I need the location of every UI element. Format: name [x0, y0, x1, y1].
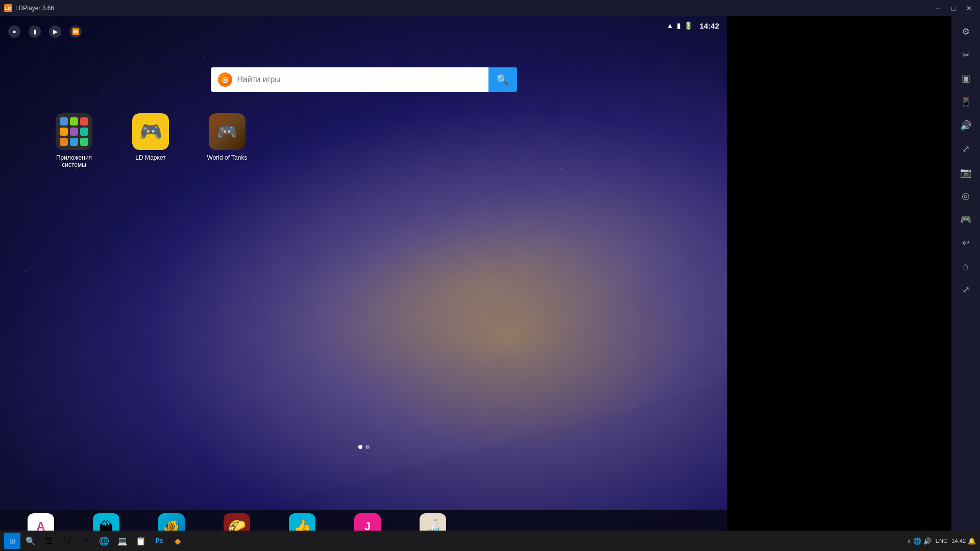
page-dot-1	[358, 445, 362, 449]
sidebar-gamepad-btn[interactable]: 🎮	[954, 208, 977, 231]
minimize-button[interactable]: ─	[931, 3, 945, 14]
taskbar-tray-icons: ∧	[907, 538, 911, 544]
android-tb-pause[interactable]: ▮	[29, 26, 41, 38]
wot-icon-img	[209, 113, 246, 150]
wifi-icon: ▲	[667, 21, 674, 30]
emulator-screen: ▲ ▮ 🔋 14:42 ● ▮ ▶ ⏩ ◎ 🔍	[0, 16, 727, 551]
search-logo-icon: ◎	[218, 72, 232, 87]
mini-icon-3	[80, 117, 88, 126]
battery-icon: 🔋	[684, 21, 693, 30]
win-time: 14:42	[951, 538, 966, 544]
android-toolbar: ● ▮ ▶ ⏩	[0, 16, 90, 47]
windows-taskbar: ⊞ 🔍 ☰ 🛡 ≡≡ 🌐 💻 📋 Ps ◆ ∧ 🌐 🔊 ENG 14:42 🔔	[0, 531, 980, 551]
ldplayer-taskbar-icon[interactable]: ◆	[169, 533, 186, 549]
android-tb-play[interactable]: ▶	[49, 26, 61, 38]
page-dot-2	[365, 445, 370, 449]
notification-icon[interactable]: 🔔	[968, 537, 976, 545]
explorer-icon[interactable]: 💻	[114, 533, 131, 549]
mini-icon-9	[80, 138, 88, 146]
sidebar-cut-btn[interactable]: ✂	[954, 44, 977, 66]
search-taskbar-button[interactable]: 🔍	[22, 533, 39, 549]
network-icon: 🌐	[913, 537, 921, 545]
mini-icon-6	[80, 128, 88, 136]
taskbar-right-area: ∧ 🌐 🔊 ENG 14:42 🔔	[907, 537, 976, 545]
sysapps-grid	[56, 113, 92, 150]
taskbar-menu-icon[interactable]: ≡≡	[78, 533, 94, 549]
titlebar-controls: ─ □ ✕	[931, 3, 976, 14]
ldmarket-icon[interactable]: 🎮 LD Маркет	[128, 113, 174, 168]
speakers-icon: 🔊	[923, 537, 932, 545]
windows-clock: 14:42	[951, 538, 966, 544]
android-wallpaper	[0, 16, 727, 551]
sidebar-volume-btn[interactable]: 🔊	[954, 114, 977, 137]
sidebar-phone-btn[interactable]: 📱	[954, 91, 977, 113]
restore-button[interactable]: □	[946, 3, 961, 14]
sysapps-label: Приложения системы	[51, 154, 97, 168]
titlebar: LD LDPlayer 3.66 ─ □ ✕	[0, 0, 980, 16]
sidebar-home-btn[interactable]: ⌂	[954, 255, 977, 278]
wot-label: World of Tanks	[207, 154, 248, 161]
clipboard-icon[interactable]: 📋	[133, 533, 149, 549]
sidebar-back-btn[interactable]: ↩	[954, 232, 977, 254]
browser-icon[interactable]: 🌐	[96, 533, 112, 549]
titlebar-title: LDPlayer 3.66	[15, 5, 931, 12]
taskview-button[interactable]: ☰	[41, 533, 57, 549]
sidebar-location-btn[interactable]: ◎	[954, 185, 977, 207]
right-sidebar: ⚙ ✂ ▣ 📱 🔊 ⤢ 📷 ◎ 🎮 ↩ ⌂ ⤢	[951, 16, 980, 551]
search-bar: ◎ 🔍	[211, 67, 517, 92]
search-input[interactable]	[211, 67, 488, 92]
page-indicator	[358, 445, 370, 449]
sidebar-resize-btn[interactable]: ⤢	[954, 279, 977, 301]
titlebar-icon: LD	[4, 4, 12, 12]
sysapps-icon[interactable]: Приложения системы	[51, 113, 97, 168]
signal-icon: ▮	[677, 21, 681, 30]
close-button[interactable]: ✕	[962, 3, 976, 14]
start-button[interactable]: ⊞	[4, 533, 20, 549]
android-tb-circle[interactable]: ●	[8, 26, 20, 38]
ldmarket-label: LD Маркет	[135, 154, 165, 161]
ldmarket-icon-visual: 🎮	[132, 113, 169, 150]
sidebar-screenshot-btn[interactable]: 📷	[954, 161, 977, 184]
sidebar-window-btn[interactable]: ▣	[954, 67, 977, 90]
mini-icon-7	[60, 138, 68, 146]
photoshop-icon[interactable]: Ps	[151, 533, 167, 549]
android-statusbar: ▲ ▮ 🔋 14:42	[0, 16, 727, 35]
mini-icon-2	[70, 117, 78, 126]
wot-icon[interactable]: World of Tanks	[204, 113, 250, 168]
android-tb-fastforward[interactable]: ⏩	[69, 26, 82, 38]
mini-icon-8	[70, 138, 78, 146]
sidebar-settings-btn[interactable]: ⚙	[954, 20, 977, 43]
status-time: 14:42	[700, 21, 719, 30]
mini-icon-5	[70, 128, 78, 136]
status-icons: ▲ ▮ 🔋 14:42	[667, 21, 719, 30]
mini-icon-1	[60, 117, 68, 126]
sidebar-expand-btn[interactable]: ⤢	[954, 138, 977, 160]
windows-defender-icon[interactable]: 🛡	[59, 533, 76, 549]
desktop-icons: Приложения системы 🎮 LD Маркет World of …	[51, 113, 250, 168]
mini-icon-4	[60, 128, 68, 136]
search-button[interactable]: 🔍	[488, 67, 517, 92]
language-indicator[interactable]: ENG	[934, 538, 950, 544]
sysapps-icon-img	[56, 113, 92, 150]
ldmarket-icon-img: 🎮	[132, 113, 169, 150]
wot-icon-visual	[209, 113, 246, 150]
